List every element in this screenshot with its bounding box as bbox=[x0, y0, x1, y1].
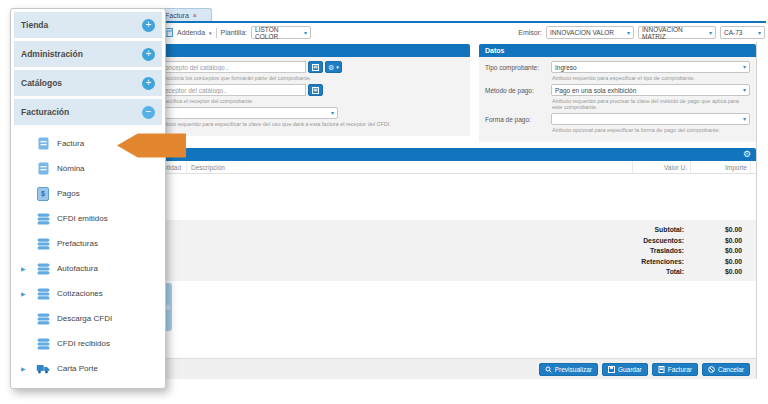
column-end bbox=[750, 161, 756, 173]
uso-cfdi-select[interactable]: ▾ bbox=[156, 107, 338, 119]
gear-icon: ⚙ bbox=[328, 64, 334, 71]
menu-item-label: Prefacturas bbox=[57, 239, 98, 248]
chevron-down-icon: ▾ bbox=[743, 64, 746, 70]
menu-item-cfdi-emitidos[interactable]: CFDI emitidos bbox=[14, 206, 162, 231]
menu-item-descarga-cfdi[interactable]: Descarga CFDI bbox=[14, 306, 162, 331]
menu-item-autofactura[interactable]: ▶ Autofactura bbox=[14, 256, 162, 281]
database-icon bbox=[36, 213, 50, 225]
previsualizar-label: Previsualizar bbox=[555, 366, 592, 373]
forma-pago-select[interactable]: ▾ bbox=[551, 113, 750, 125]
chevron-right-icon[interactable]: ▶ bbox=[21, 290, 29, 297]
close-icon[interactable]: × bbox=[193, 12, 197, 19]
collapse-minus-icon[interactable]: − bbox=[142, 106, 155, 119]
database-icon bbox=[36, 263, 50, 275]
menu-item-carta-porte[interactable]: ▶ Carta Porte bbox=[14, 356, 162, 381]
grid-settings-icon[interactable]: ⚙ bbox=[743, 150, 751, 159]
concepto-settings-button[interactable]: ⚙ ▾ bbox=[325, 61, 342, 73]
tipo-comprobante-help: Atributo requerido para especificar el t… bbox=[552, 75, 750, 81]
concepto-list-button[interactable] bbox=[308, 61, 323, 73]
facturar-label: Facturar bbox=[668, 366, 692, 373]
guardar-button[interactable]: Guardar bbox=[602, 363, 648, 376]
guardar-label: Guardar bbox=[618, 366, 642, 373]
payment-icon: $ bbox=[36, 187, 50, 201]
invoice-toolbar: Addenda ▾ Plantilla: LISTON COLOR ▾ Emis… bbox=[150, 23, 766, 42]
invoice-page: Factura × Addenda ▾ Plantilla: LISTON CO… bbox=[150, 8, 766, 379]
receptor-list-button[interactable] bbox=[308, 84, 323, 96]
menu-item-pagos[interactable]: $ Pagos bbox=[14, 181, 162, 206]
tipo-comprobante-value: Ingreso bbox=[555, 64, 577, 71]
plantilla-select[interactable]: LISTON COLOR ▾ bbox=[251, 26, 311, 39]
chevron-down-icon: ▾ bbox=[709, 30, 712, 36]
total-label: Total: bbox=[666, 267, 684, 276]
metodo-pago-help: Atributo requerido para precisar la clav… bbox=[552, 98, 750, 110]
concepto-help-text: Selecciona los conceptos que formarán pa… bbox=[157, 75, 464, 81]
emisor-branch-value: INNOVACION MATRIZ bbox=[642, 26, 706, 40]
descuentos-value: $0.00 bbox=[684, 236, 742, 245]
expand-plus-icon[interactable]: + bbox=[142, 19, 155, 32]
addenda-button[interactable]: Addenda bbox=[177, 29, 205, 36]
menu-section-facturacion[interactable]: Facturación − bbox=[14, 99, 162, 125]
chevron-right-icon[interactable]: ▶ bbox=[21, 365, 29, 372]
database-icon bbox=[36, 238, 50, 250]
plantilla-value: LISTON COLOR bbox=[255, 26, 301, 40]
plantilla-label: Plantilla: bbox=[221, 29, 247, 36]
items-empty-body bbox=[150, 174, 756, 220]
expand-plus-icon[interactable]: + bbox=[142, 77, 155, 90]
menu-item-label: Nómina bbox=[57, 164, 85, 173]
tab-label: Factura bbox=[165, 12, 189, 19]
items-column-headers: Cantidad Descripción Valor U. Importe bbox=[150, 161, 756, 174]
section-label: Tienda bbox=[21, 20, 48, 30]
conceptos-panel: ⚙ ▾ Selecciona los conceptos que formará… bbox=[150, 44, 470, 142]
previsualizar-button[interactable]: Previsualizar bbox=[539, 363, 598, 376]
emisor-serie-select[interactable]: CA-73 ▾ bbox=[720, 26, 765, 39]
conceptos-panel-header bbox=[150, 44, 470, 57]
expand-plus-icon[interactable]: + bbox=[142, 48, 155, 61]
menu-item-cotizaciones[interactable]: ▶ Cotizaciones bbox=[14, 281, 162, 306]
chevron-down-icon: ▾ bbox=[304, 30, 307, 36]
cancelar-button[interactable]: Cancelar bbox=[702, 363, 750, 376]
datos-panel-header: Datos bbox=[479, 44, 756, 57]
facturacion-submenu: Factura Nómina $ Pagos CFDI emitidos bbox=[14, 128, 162, 381]
database-icon bbox=[36, 288, 50, 300]
traslados-label: Traslados: bbox=[650, 246, 684, 255]
menu-item-label: Cotizaciones bbox=[57, 289, 103, 298]
chevron-down-icon: ▾ bbox=[331, 110, 334, 116]
section-label: Catálogos bbox=[21, 78, 62, 88]
invoice-icon bbox=[658, 366, 665, 373]
menu-section-tienda[interactable]: Tienda + bbox=[14, 12, 162, 38]
receptor-help-text: Especifica el receptor del comprobante bbox=[157, 98, 464, 104]
tipo-comprobante-select[interactable]: Ingreso ▾ bbox=[551, 61, 750, 73]
items-panel-header: ⚙ bbox=[150, 148, 756, 161]
datos-panel: Datos Tipo comprobante: Ingreso ▾ Atribu… bbox=[479, 44, 756, 142]
emisor-branch-select[interactable]: INNOVACION MATRIZ ▾ bbox=[638, 26, 716, 39]
metodo-pago-select[interactable]: Pago en una sola exhibición ▾ bbox=[551, 84, 750, 96]
menu-section-catalogos[interactable]: Catálogos + bbox=[14, 70, 162, 96]
list-icon bbox=[312, 64, 319, 71]
action-bar: Previsualizar Guardar Facturar Cancelar bbox=[150, 358, 756, 379]
chevron-right-icon[interactable]: ▶ bbox=[21, 265, 29, 272]
column-valor-unitario: Valor U. bbox=[632, 161, 690, 173]
toolbar-divider bbox=[216, 28, 217, 38]
chevron-down-icon: ▾ bbox=[209, 30, 212, 36]
totals-summary: Subtotal:$0.00 Descuentos:$0.00 Traslado… bbox=[150, 220, 756, 281]
emisor-serie-value: CA-73 bbox=[724, 29, 742, 36]
concepto-search-input[interactable] bbox=[156, 61, 306, 73]
emisor-company-select[interactable]: INNOVACION VALOR ▾ bbox=[546, 26, 634, 39]
receptor-search-input[interactable] bbox=[156, 84, 306, 96]
facturar-button[interactable]: Facturar bbox=[652, 363, 698, 376]
menu-item-label: CFDI recibidos bbox=[57, 339, 110, 348]
menu-item-nomina[interactable]: Nómina bbox=[14, 156, 162, 181]
navigation-menu: Tienda + Administración + Catálogos + Fa… bbox=[10, 8, 166, 389]
list-icon bbox=[312, 87, 319, 94]
menu-section-administracion[interactable]: Administración + bbox=[14, 41, 162, 67]
menu-item-prefacturas[interactable]: Prefacturas bbox=[14, 231, 162, 256]
tab-bar: Factura × bbox=[150, 8, 766, 23]
menu-item-cfdi-recibidos[interactable]: CFDI recibidos bbox=[14, 331, 162, 356]
metodo-pago-value: Pago en una sola exhibición bbox=[555, 87, 636, 94]
section-label: Facturación bbox=[21, 107, 69, 117]
database-icon bbox=[36, 313, 50, 325]
document-icon bbox=[36, 137, 50, 150]
column-importe: Importe bbox=[690, 161, 750, 173]
retenciones-value: $0.00 bbox=[684, 257, 742, 266]
total-value: $0.00 bbox=[684, 267, 742, 276]
